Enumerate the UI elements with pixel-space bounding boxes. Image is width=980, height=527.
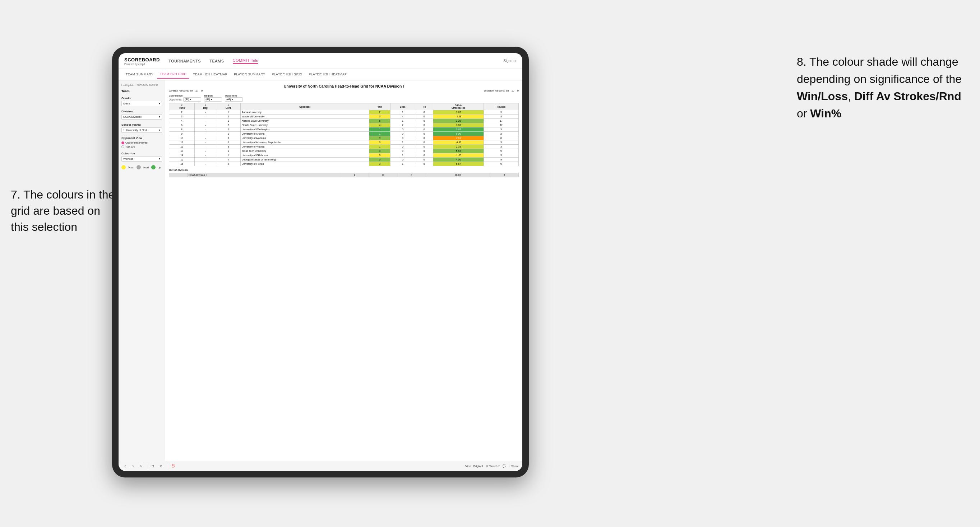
table-row: 4 - 1 Arizona State University 5 1 0 2.2… [169, 119, 519, 123]
conference-group-label: Conference [169, 94, 201, 97]
cell-tie: 0 [415, 123, 433, 127]
tab-player-h2h-grid[interactable]: PLAYER H2H GRID [269, 70, 305, 78]
out-div-empty [169, 173, 188, 177]
colour-by-label: Colour by [121, 152, 162, 155]
out-division-row: NCAA Division II 1 0 0 26.00 3 [169, 173, 519, 177]
cell-opponent: Arizona State University [240, 119, 369, 123]
sidebar-opponent-view-section: Opponent View Opponents Played Top 100 [121, 137, 162, 148]
sidebar-school-value[interactable]: 1. University of Nort... ▾ [121, 127, 162, 133]
sidebar-division-value[interactable]: NCAA Division I ▾ [121, 114, 162, 119]
zoom-button[interactable]: ⊕ [158, 464, 164, 468]
legend-down-dot [121, 165, 126, 170]
colour-by-value[interactable]: Win/loss ▾ [121, 156, 162, 162]
cell-reg: - [195, 153, 216, 157]
cell-opponent: University of Florida [240, 162, 369, 166]
sidebar-division-label: Division [121, 110, 162, 113]
col-conf: #Conf [216, 103, 240, 110]
cell-rank: 11 [169, 140, 195, 144]
cell-win: 1 [369, 132, 390, 136]
cell-conf: 3 [216, 144, 240, 149]
redo-button[interactable]: ↪ [130, 464, 136, 468]
cell-rank: 12 [169, 144, 195, 149]
cell-opponent: University of Oklahoma [240, 153, 369, 157]
toolbar-actions: 👁 Watch ▾ 💬 ⤴ Share [486, 465, 519, 468]
cell-tie: 0 [415, 114, 433, 119]
undo-button[interactable]: ↩ [122, 464, 127, 468]
cell-reg: - [195, 132, 216, 136]
tab-player-h2h-heatmap[interactable]: PLAYER H2H HEATMAP [306, 70, 350, 78]
table-row: 9 - 1 University of Arizona 1 0 0 9.00 2 [169, 132, 519, 136]
radio-dot-unselected [121, 145, 124, 148]
radio-top-100[interactable]: Top 100 [121, 145, 162, 148]
cell-reg: - [195, 119, 216, 123]
comment-button[interactable]: 💬 [503, 465, 506, 468]
cell-loss: 0 [390, 136, 415, 140]
history-button[interactable]: ↻ [138, 464, 144, 468]
nav-items: TOURNAMENTS TEAMS COMMITTEE [169, 58, 503, 64]
tab-team-h2h-grid[interactable]: TEAM H2H GRID [157, 70, 189, 79]
cell-rounds: 8 [484, 136, 519, 140]
clock-button[interactable]: ⏰ [170, 464, 177, 468]
table-row: 8 - 2 University of Washington 1 0 0 3.6… [169, 127, 519, 132]
crop-button[interactable]: ⊞ [150, 464, 156, 468]
filter-opponent-inner: (All) ▾ [225, 97, 243, 102]
cell-loss: 1 [390, 162, 415, 166]
radio-opponents-played[interactable]: Opponents Played [121, 141, 162, 144]
tab-team-summary[interactable]: TEAM SUMMARY [123, 70, 156, 78]
conference-select[interactable]: (All) ▾ [183, 97, 201, 102]
cell-win: 4 [369, 123, 390, 127]
cell-rounds: 2 [484, 132, 519, 136]
tab-team-h2h-heatmap[interactable]: TEAM H2H HEATMAP [190, 70, 230, 78]
cell-diff: 1.67 [433, 110, 484, 114]
bottom-toolbar: ↩ ↪ ↻ ⊞ ⊕ ⏰ View: Original 👁 Watch ▾ 💬 ⤴… [119, 461, 522, 471]
cell-conf: 1 [216, 110, 240, 114]
cell-loss: 0 [390, 157, 415, 162]
cell-conf: 1 [216, 132, 240, 136]
logo-sub: Powered by clippd [124, 63, 161, 65]
nav-teams[interactable]: TEAMS [210, 59, 224, 63]
cell-diff: 4.50 [433, 157, 484, 162]
cell-reg: - [195, 123, 216, 127]
region-select[interactable]: (All) ▾ [204, 97, 222, 102]
sidebar-team-label: Team [121, 89, 162, 93]
watch-button[interactable]: 👁 Watch ▾ [486, 465, 500, 468]
cell-rounds: 3 [484, 153, 519, 157]
region-group-label: Region [204, 94, 222, 97]
cell-tie: 0 [415, 140, 433, 144]
sidebar-gender-value[interactable]: Men's ▾ [121, 101, 162, 106]
opponent-select[interactable]: (All) ▾ [225, 97, 243, 102]
tab-player-summary[interactable]: PLAYER SUMMARY [231, 70, 268, 78]
col-rounds: Rounds [484, 103, 519, 110]
cell-win: 0 [369, 140, 390, 144]
cell-loss: 0 [390, 144, 415, 149]
cell-tie: 0 [415, 136, 433, 140]
cell-tie: 0 [415, 144, 433, 149]
sign-out-link[interactable]: Sign out [503, 59, 517, 63]
toolbar-separator-1 [147, 464, 147, 469]
nav-tournaments[interactable]: TOURNAMENTS [169, 59, 201, 63]
data-table: #Rank #Reg #Conf Opponent Win Loss Tie D… [169, 103, 519, 166]
nav-committee[interactable]: COMMITTEE [233, 58, 258, 64]
cell-rank: 8 [169, 127, 195, 132]
cell-rounds: 8 [484, 114, 519, 119]
cell-tie: 0 [415, 162, 433, 166]
filter-row: Conference Opponents: (All) ▾ Region [169, 94, 519, 102]
cell-rounds: 9 [484, 157, 519, 162]
sidebar-school-label: School (Rank) [121, 123, 162, 126]
legend-up-label: Up [158, 166, 161, 169]
out-div-loss: 0 [369, 173, 397, 177]
cell-reg: - [195, 114, 216, 119]
col-opponent: Opponent [240, 103, 369, 110]
colour-legend: Down Level Up [121, 165, 162, 170]
cell-opponent: University of Arkansas, Fayetteville [240, 140, 369, 144]
division-record: Division Record: 88 - 17 - 0 [484, 89, 519, 92]
sidebar-team-section: Team [121, 89, 162, 93]
table-row: 3 - 2 Vanderbilt University 0 4 0 -2.29 … [169, 114, 519, 119]
cell-tie: 0 [415, 127, 433, 132]
cell-rank: 14 [169, 153, 195, 157]
share-button[interactable]: ⤴ Share [509, 465, 519, 468]
cell-reg: - [195, 110, 216, 114]
cell-loss: 1 [390, 140, 415, 144]
legend-up-dot [151, 165, 156, 170]
cell-rounds: 9 [484, 110, 519, 114]
